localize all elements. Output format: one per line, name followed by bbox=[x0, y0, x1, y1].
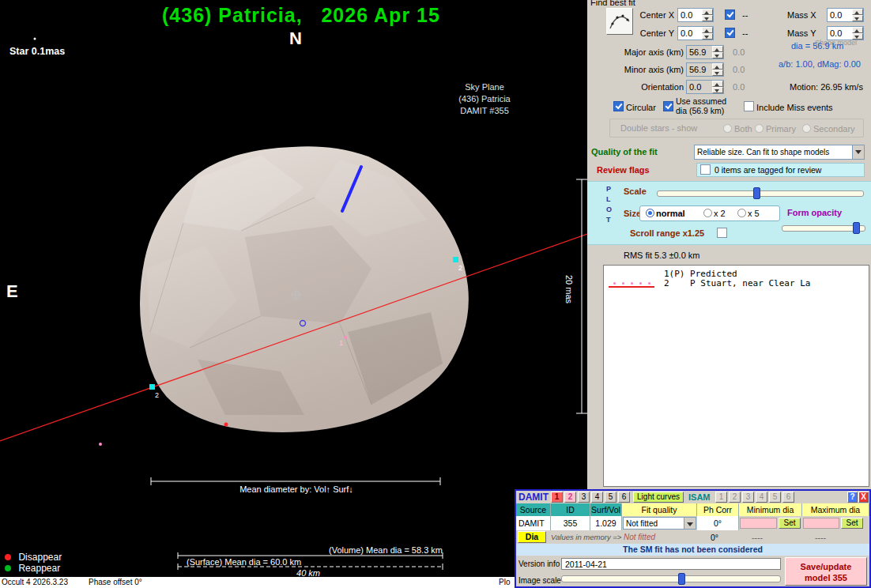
size-x5-label: x 5 bbox=[748, 209, 760, 218]
major-axis-value[interactable]: 56.9 bbox=[687, 46, 712, 58]
orientation-input[interactable]: 0.0 bbox=[686, 80, 724, 94]
orientation-value[interactable]: 0.0 bbox=[687, 81, 712, 93]
fit-quality-dropdown[interactable]: Not fitted bbox=[623, 517, 696, 530]
predicted-point-marker bbox=[344, 336, 347, 339]
review-flags-checkbox[interactable] bbox=[700, 164, 711, 175]
min-dia-set-button[interactable]: Set bbox=[779, 518, 801, 529]
reappear-dot-icon bbox=[5, 565, 11, 571]
double-secondary-radio[interactable] bbox=[802, 124, 811, 133]
circular-checkbox[interactable] bbox=[613, 101, 624, 111]
mass-x-input[interactable]: 0.0 bbox=[827, 8, 864, 22]
spin-down-icon[interactable] bbox=[712, 87, 723, 93]
scale-slider[interactable] bbox=[657, 190, 864, 197]
damit-model-5-button[interactable]: 5 bbox=[605, 492, 616, 503]
center-x-checkbox[interactable] bbox=[725, 9, 735, 20]
spin-up-icon[interactable] bbox=[702, 9, 713, 15]
scroll-range-checkbox[interactable] bbox=[717, 228, 727, 238]
center-y-value[interactable]: 0.0 bbox=[678, 27, 702, 40]
quality-dropdown[interactable]: Reliable size. Can fit to shape models bbox=[694, 145, 865, 160]
double-both-radio[interactable] bbox=[723, 124, 732, 133]
dropdown-arrow-icon[interactable] bbox=[684, 518, 696, 529]
close-button[interactable]: X bbox=[858, 492, 869, 503]
minor-axis-label: Minor axis (km) bbox=[609, 65, 684, 74]
double-primary-radio[interactable] bbox=[755, 124, 764, 133]
mass-y-label: Mass Y bbox=[787, 28, 816, 38]
use-assumed-line1: Use assumed bbox=[676, 96, 726, 106]
header-min-dia: Minimum dia bbox=[739, 503, 802, 516]
spin-up-icon[interactable] bbox=[702, 27, 713, 33]
dropdown-arrow-icon[interactable] bbox=[852, 145, 864, 159]
chord-marker bbox=[609, 286, 654, 288]
center-y-checkbox[interactable] bbox=[725, 28, 735, 38]
truncated-status-text: Plo bbox=[499, 578, 510, 586]
include-miss-label: Include Miss events bbox=[756, 103, 833, 112]
header-fit-quality: Fit quality bbox=[622, 503, 697, 516]
scroll-range-label: Scroll range x1.25 bbox=[630, 228, 704, 238]
isam-2-button[interactable]: 2 bbox=[729, 492, 741, 503]
scale-slider-thumb[interactable] bbox=[753, 187, 760, 199]
spin-up-icon[interactable] bbox=[712, 81, 723, 87]
size-x2-radio[interactable] bbox=[703, 209, 712, 217]
image-scale-slider-thumb[interactable] bbox=[678, 573, 685, 585]
max-dia-set-button[interactable]: Set bbox=[841, 518, 863, 529]
isam-4-button[interactable]: 4 bbox=[756, 492, 767, 503]
surface-diameter-text: (Surface) Mean dia = 60.0 km bbox=[187, 557, 301, 567]
model-surfvol-cell: 1.029 bbox=[590, 516, 622, 530]
events-listbox[interactable]: 1(P) Predicted 2 P Stuart, near Clear La bbox=[603, 265, 869, 487]
include-miss-checkbox[interactable] bbox=[744, 101, 754, 111]
memory-ph-corr: 0° bbox=[711, 533, 718, 542]
damit-model-1-button[interactable]: 1 bbox=[551, 492, 563, 503]
star-size-dot bbox=[34, 38, 36, 40]
size-normal-radio[interactable] bbox=[646, 209, 654, 217]
isam-3-button[interactable]: 3 bbox=[742, 492, 754, 503]
use-assumed-dia-checkbox[interactable] bbox=[663, 101, 673, 111]
status-strip: Occult 4 2026.3.23 Phase offset 0° Plo bbox=[0, 577, 587, 588]
max-dia-field[interactable] bbox=[803, 518, 839, 529]
light-curves-button[interactable]: Light curves bbox=[633, 492, 684, 503]
minor-axis-value[interactable]: 56.9 bbox=[687, 63, 712, 76]
major-axis-input[interactable]: 56.9 bbox=[686, 45, 724, 59]
spin-down-icon[interactable] bbox=[712, 52, 723, 58]
min-dia-field[interactable] bbox=[740, 518, 777, 529]
damit-model-4-button[interactable]: 4 bbox=[591, 492, 603, 503]
use-assumed-line2: dia (56.9 km) bbox=[676, 106, 726, 115]
mas-scale-label: 20 mas bbox=[564, 275, 574, 303]
form-opacity-slider-thumb[interactable] bbox=[853, 222, 860, 234]
spin-up-icon[interactable] bbox=[712, 63, 723, 70]
header-surfvol: Surf/Vol bbox=[590, 503, 622, 516]
isam-6-button[interactable]: 6 bbox=[782, 492, 794, 503]
center-x-value[interactable]: 0.0 bbox=[678, 9, 702, 21]
spin-down-icon[interactable] bbox=[852, 15, 863, 21]
sky-plane-info-line2: (436) Patricia bbox=[437, 93, 532, 105]
sky-plane-view[interactable]: 2 2 1 bbox=[0, 0, 587, 577]
center-y-input[interactable]: 0.0 bbox=[677, 26, 714, 40]
damit-model-3-button[interactable]: 3 bbox=[578, 492, 590, 503]
mass-y-value[interactable]: 0.0 bbox=[828, 27, 852, 40]
event-line-observer[interactable]: 2 P Stuart, near Clear La bbox=[664, 278, 810, 288]
minor-axis-input[interactable]: 56.9 bbox=[686, 62, 724, 77]
damit-model-2-button[interactable]: 2 bbox=[564, 492, 576, 503]
spin-up-icon[interactable] bbox=[852, 27, 863, 33]
help-button[interactable]: ? bbox=[847, 492, 858, 503]
event-marker-west bbox=[149, 384, 155, 390]
save-update-model-button[interactable]: Save/update model 355 bbox=[785, 557, 867, 586]
review-flags-label: Review flags bbox=[597, 165, 650, 175]
isam-5-button[interactable]: 5 bbox=[769, 492, 781, 503]
center-x-input[interactable]: 0.0 bbox=[677, 8, 714, 22]
quality-label: Quality of the fit bbox=[591, 147, 658, 156]
mass-x-value[interactable]: 0.0 bbox=[828, 9, 852, 21]
size-x5-radio[interactable] bbox=[737, 209, 746, 217]
occult-app-window: 2 2 1 bbox=[0, 0, 871, 588]
spin-up-icon[interactable] bbox=[852, 9, 863, 15]
rms-fit-text: RMS fit 5.3 ±0.0 km bbox=[624, 251, 700, 260]
spin-down-icon[interactable] bbox=[702, 15, 713, 21]
dia-button[interactable]: Dia bbox=[518, 531, 546, 543]
isam-1-button[interactable]: 1 bbox=[715, 492, 727, 503]
dia-note: dia = 56.9 km bbox=[791, 41, 843, 51]
header-id: ID bbox=[551, 503, 590, 516]
damit-model-6-button[interactable]: 6 bbox=[618, 492, 630, 503]
spin-down-icon[interactable] bbox=[702, 33, 713, 40]
spin-up-icon[interactable] bbox=[712, 46, 723, 52]
image-scale-slider[interactable] bbox=[561, 575, 781, 582]
spin-down-icon[interactable] bbox=[712, 70, 723, 76]
